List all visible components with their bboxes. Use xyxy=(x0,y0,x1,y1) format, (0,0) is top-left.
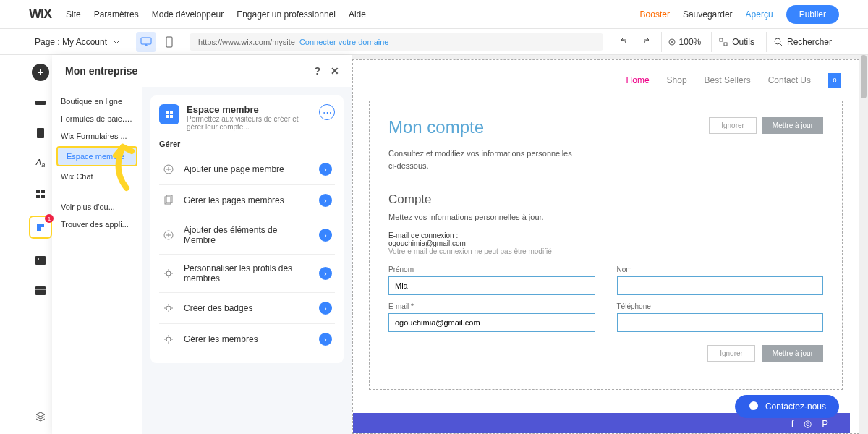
booster-link[interactable]: Booster xyxy=(640,9,670,20)
nav-shop[interactable]: Shop xyxy=(667,75,687,85)
panel-close-button[interactable]: ✕ xyxy=(331,65,339,77)
preview-link[interactable]: Aperçu xyxy=(746,9,773,20)
vertical-scrollbar[interactable] xyxy=(861,55,867,434)
arrow-right-icon: › xyxy=(319,194,332,207)
nav-contact[interactable]: Contact Us xyxy=(768,75,811,85)
layers-button[interactable] xyxy=(32,408,49,425)
nom-input[interactable] xyxy=(617,276,824,295)
tel-label: Téléphone xyxy=(617,302,824,310)
save-link[interactable]: Sauvegarder xyxy=(683,9,733,20)
svg-rect-21 xyxy=(166,115,169,118)
nav-home[interactable]: Home xyxy=(626,75,650,85)
panel-header: Mon entreprise ? ✕ xyxy=(52,55,352,87)
pinterest-icon[interactable]: P xyxy=(822,418,828,429)
panel-title: Mon entreprise xyxy=(65,65,137,77)
media-button[interactable] xyxy=(32,252,49,269)
action-manage-pages[interactable]: Gérer les pages membres › xyxy=(159,185,335,216)
sidebar-item-trouver-appli[interactable]: Trouver des appli... xyxy=(52,216,142,233)
update-button[interactable]: Mettre à jour xyxy=(762,117,823,134)
menu-help[interactable]: Aide xyxy=(349,9,366,20)
action-label: Ajouter une page membre xyxy=(184,164,310,174)
card-more-button[interactable]: ⋯ xyxy=(319,104,335,120)
tel-input[interactable] xyxy=(617,313,824,332)
menu-hire[interactable]: Engager un professionnel xyxy=(237,9,336,20)
svg-point-3 xyxy=(671,41,673,43)
tools-icon xyxy=(719,38,728,46)
page-button[interactable] xyxy=(32,124,49,142)
image-icon xyxy=(35,255,46,265)
chevron-down-icon xyxy=(113,38,120,46)
redo-button[interactable] xyxy=(637,32,657,52)
sidebar-item-espace-membre[interactable]: Espace membre xyxy=(56,146,137,166)
section-compte-title: Compte xyxy=(388,192,823,207)
content-card: Espace membre Permettez aux visiteurs de… xyxy=(150,95,344,363)
pages-button[interactable] xyxy=(32,94,49,111)
grid-icon xyxy=(35,189,46,199)
menu-parametres[interactable]: Paramètres xyxy=(94,9,139,20)
form-grid: Prénom Nom E-mail * Téléphone xyxy=(388,265,823,332)
instagram-icon[interactable]: ◎ xyxy=(804,418,812,429)
search-button[interactable]: Rechercher xyxy=(766,32,839,52)
account-subtitle: Consultez et modifiez vos informations p… xyxy=(388,148,576,171)
action-add-member-page[interactable]: Ajouter une page membre › xyxy=(159,154,335,185)
desktop-view-button[interactable] xyxy=(136,32,156,52)
action-customize-profiles[interactable]: Personnaliser les profils des membres › xyxy=(159,255,335,293)
field-telephone: Téléphone xyxy=(617,302,824,332)
svg-point-28 xyxy=(166,306,171,310)
wix-logo[interactable]: WIX xyxy=(29,7,51,22)
tools-dropdown[interactable]: Outils xyxy=(711,32,762,52)
scrollbar-thumb[interactable] xyxy=(861,55,867,98)
ignore-button-2[interactable]: Ignorer xyxy=(707,345,755,362)
panel-help-button[interactable]: ? xyxy=(314,65,320,77)
undo-icon xyxy=(618,37,629,47)
action-label: Gérer les membres xyxy=(184,334,310,344)
sidebar-item-voir-plus[interactable]: Voir plus d'ou... xyxy=(52,198,142,216)
panel-content: Espace membre Permettez aux visiteurs de… xyxy=(142,87,352,434)
tools-label-text: Outils xyxy=(732,37,754,47)
shopping-bag-icon[interactable]: 0 xyxy=(828,73,841,88)
chat-button[interactable]: Contactez-nous xyxy=(735,395,839,418)
menu-dev[interactable]: Mode développeur xyxy=(152,9,224,20)
sidebar-item-formulaires[interactable]: Wix Formulaires ... xyxy=(52,127,142,145)
page-selector[interactable]: Page : My Account xyxy=(29,34,126,50)
svg-point-30 xyxy=(749,401,758,410)
action-add-elements[interactable]: Ajouter des éléments de Membre › xyxy=(159,216,335,255)
facebook-icon[interactable]: f xyxy=(791,418,794,429)
canvas-page: Home Shop Best Sellers Contact Us 0 Mon … xyxy=(352,59,859,434)
editor-canvas[interactable]: Home Shop Best Sellers Contact Us 0 Mon … xyxy=(352,55,868,434)
business-button[interactable]: 1 xyxy=(29,216,52,239)
ignore-button[interactable]: Ignorer xyxy=(709,117,757,134)
field-email: E-mail * xyxy=(388,302,595,332)
login-email-note: Votre e-mail de connexion ne peut pas êt… xyxy=(388,247,823,255)
login-email-label: E-mail de connexion : xyxy=(388,231,823,239)
site-navigation: Home Shop Best Sellers Contact Us 0 xyxy=(353,60,859,101)
content-button[interactable] xyxy=(32,282,49,299)
undo-button[interactable] xyxy=(613,32,634,52)
nav-best-sellers[interactable]: Best Sellers xyxy=(705,75,751,85)
prenom-input[interactable] xyxy=(388,276,595,295)
svg-rect-22 xyxy=(170,115,173,118)
update-button-2[interactable]: Mettre à jour xyxy=(762,345,823,362)
sidebar-item-formules[interactable]: Formules de paie... xyxy=(52,110,142,127)
page-label: Page : My Account xyxy=(35,37,107,47)
add-button[interactable] xyxy=(32,64,49,81)
action-manage-members[interactable]: Gérer les membres › xyxy=(159,324,335,354)
arrow-right-icon: › xyxy=(319,229,332,242)
theme-button[interactable]: Aa xyxy=(32,155,49,172)
plus-icon xyxy=(36,68,45,77)
mobile-view-button[interactable] xyxy=(159,32,179,52)
sidebar-item-chat[interactable]: Wix Chat xyxy=(52,168,142,185)
action-label: Créer des badges xyxy=(184,303,310,313)
publish-button[interactable]: Publier xyxy=(786,5,839,24)
pages-icon xyxy=(162,194,175,207)
menu-site[interactable]: Site xyxy=(66,9,81,20)
apps-button[interactable] xyxy=(32,185,49,203)
field-prenom: Prénom xyxy=(388,265,595,295)
connect-domain-link[interactable]: Connecter votre domaine xyxy=(299,38,389,46)
email-input[interactable] xyxy=(388,313,595,332)
action-create-badges[interactable]: Créer des badges › xyxy=(159,293,335,324)
device-switcher xyxy=(136,32,179,52)
zoom-control[interactable]: 100% xyxy=(661,32,707,52)
url-bar[interactable]: https://www.wix.com/mysite Connecter vot… xyxy=(190,33,603,51)
sidebar-item-boutique[interactable]: Boutique en ligne xyxy=(52,93,142,110)
